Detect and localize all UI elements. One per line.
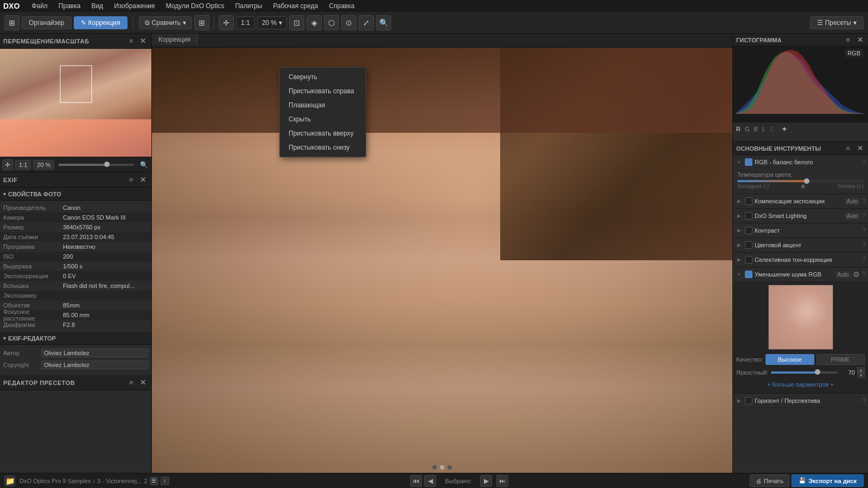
- tool-coloraccent-checkbox[interactable]: [745, 241, 752, 249]
- folder-filter-btn[interactable]: ☰: [150, 477, 158, 485]
- presets-button[interactable]: ☰ Пресеты ▾: [810, 16, 864, 29]
- zoom-move-btn[interactable]: ✛: [2, 159, 13, 170]
- channel-r-btn[interactable]: R: [736, 126, 741, 132]
- tool-contrast-checkbox[interactable]: [745, 227, 752, 234]
- tool-contrast-header[interactable]: ▶ Контраст ?: [733, 223, 868, 237]
- channel-b-btn[interactable]: B: [754, 126, 758, 132]
- tool-exposure-help-icon[interactable]: ?: [862, 197, 866, 205]
- menu-view[interactable]: Вид: [89, 1, 105, 11]
- noise-increment-btn[interactable]: ▲: [857, 367, 865, 373]
- quality-prime-btn[interactable]: PRIME: [816, 354, 865, 365]
- temp-slider-thumb[interactable]: [804, 178, 809, 184]
- exif-editor-header[interactable]: ▾ EXIF-редактор: [0, 332, 151, 345]
- context-menu-collapse[interactable]: Свернуть: [280, 70, 366, 84]
- redeye-tool-icon[interactable]: ⬡: [324, 15, 339, 30]
- tool-noisereduction-header[interactable]: ▾ Уменьшение шума RGB Auto ⚙ ?: [733, 267, 868, 281]
- organizer-tab[interactable]: Органайзер: [22, 16, 72, 29]
- histogram-menu-btn[interactable]: ≡: [843, 35, 853, 45]
- light-icon[interactable]: ✦: [781, 125, 788, 133]
- more-params-btn[interactable]: + Больше параметров +: [736, 379, 865, 390]
- zoom-search-icon[interactable]: 🔍: [138, 159, 149, 170]
- menu-file[interactable]: Файл: [29, 1, 50, 11]
- channel-g-btn[interactable]: G: [745, 126, 750, 132]
- context-menu-dock-top[interactable]: Пристыковать вверху: [280, 126, 366, 140]
- tool-noisereduction-checkbox[interactable]: [745, 271, 752, 278]
- noise-luminance-slider[interactable]: [771, 371, 838, 374]
- tool-coloraccent-header[interactable]: ▶ Цветовой акцент ?: [733, 238, 868, 252]
- menu-edit[interactable]: Правка: [56, 1, 83, 11]
- tool-whitebal-header[interactable]: ▾ RGB - баланс белого ?: [733, 155, 868, 169]
- tool-exposure-checkbox[interactable]: [745, 197, 752, 205]
- tools-close-btn[interactable]: ✕: [855, 144, 865, 153]
- exif-editor-copyright-value[interactable]: Oliviez Lambolez: [41, 361, 148, 369]
- nav-panel-menu-btn[interactable]: ≡: [126, 36, 136, 46]
- context-menu-dock-right[interactable]: Пристыковать справа: [280, 84, 366, 98]
- noise-slider-thumb[interactable]: [815, 369, 820, 375]
- presets-panel-menu-btn[interactable]: ≡: [126, 378, 136, 388]
- tools-menu-btn[interactable]: ≡: [843, 144, 853, 153]
- compare-button[interactable]: ⧉ Сравнить ▾: [139, 16, 192, 29]
- exif-editor-author-value[interactable]: Oliviez Lambolez: [41, 349, 148, 357]
- zoom-20pct-btn[interactable]: 20 %: [33, 160, 54, 170]
- exif-panel-close-btn[interactable]: ✕: [138, 175, 148, 185]
- zoom-slider-thumb[interactable]: [104, 162, 110, 167]
- tool-exposure-header[interactable]: ▶ Компенсация экспозиции Auto ?: [733, 194, 868, 208]
- tool-seltonerec-header[interactable]: ▶ Селективная тон-коррекция ?: [733, 253, 868, 267]
- zoom-1-1-btn[interactable]: 1:1: [15, 160, 31, 170]
- tool-horizon-header[interactable]: ▶ Горизонт / Перспектива ?: [733, 394, 868, 408]
- move-tool-icon[interactable]: ✛: [219, 15, 234, 30]
- nav-panel-close-btn[interactable]: ✕: [138, 36, 148, 46]
- tool-whitebal-help-icon[interactable]: ?: [862, 158, 866, 166]
- tool-coloraccent-help-icon[interactable]: ?: [862, 241, 866, 249]
- tool-smartlighting-header[interactable]: ▶ DxO Smart Lighting Auto ?: [733, 209, 868, 223]
- temp-slider[interactable]: [737, 180, 864, 182]
- tool-whitebal-checkbox[interactable]: [745, 158, 752, 166]
- histogram-close-btn[interactable]: ✕: [855, 35, 865, 45]
- tool-horizon-help-icon[interactable]: ?: [862, 397, 866, 404]
- tool-smartlighting-checkbox[interactable]: [745, 212, 752, 220]
- repair-tool-icon[interactable]: ⊙: [341, 15, 356, 30]
- photo-props-header[interactable]: ▾ Свойства фото: [0, 188, 151, 201]
- whitebal-tool-icon[interactable]: ◈: [307, 15, 322, 30]
- exif-panel-menu-btn[interactable]: ≡: [126, 175, 136, 185]
- grid-view-icon[interactable]: ⊞: [194, 15, 209, 30]
- tool-seltonerec-help-icon[interactable]: ?: [862, 256, 866, 264]
- folder-sort-btn[interactable]: ↕: [161, 477, 169, 485]
- quality-high-btn[interactable]: Высокое: [765, 354, 814, 365]
- tool-noisereduction-help-icon[interactable]: ?: [862, 271, 866, 278]
- tool-noisereduction-settings-icon[interactable]: ⚙: [853, 270, 860, 279]
- tool-seltonerec-checkbox[interactable]: [745, 256, 752, 264]
- tool-horizon-checkbox[interactable]: [745, 397, 752, 404]
- menu-workspace[interactable]: Рабочая среда: [271, 1, 320, 11]
- export-button[interactable]: 💾 Экспорт на диск: [792, 474, 864, 487]
- dark-icon[interactable]: ☾: [770, 125, 777, 133]
- filmstrip-prev-btn[interactable]: ◀: [424, 475, 436, 487]
- tool-smartlighting-help-icon[interactable]: ?: [862, 212, 866, 220]
- eyedrop-tool-icon[interactable]: 🔍: [376, 15, 391, 30]
- filmstrip-first-btn[interactable]: ⏮: [410, 475, 422, 487]
- zoom-percent-display[interactable]: 20 % ▾: [257, 16, 287, 29]
- image-canvas[interactable]: [152, 48, 732, 473]
- crop-tool-icon[interactable]: ⊡: [289, 15, 304, 30]
- horizon-tool-icon[interactable]: ⤢: [359, 15, 374, 30]
- noise-target-icon[interactable]: [822, 287, 831, 296]
- grid-icon[interactable]: ⊞: [4, 15, 20, 30]
- channel-l-btn[interactable]: L: [762, 126, 765, 132]
- print-button[interactable]: 🖨 Печать: [750, 474, 789, 487]
- correction-tab-label[interactable]: Коррекция: [152, 34, 197, 46]
- tool-contrast-help-icon[interactable]: ?: [862, 227, 866, 234]
- presets-panel-close-btn[interactable]: ✕: [138, 378, 148, 388]
- noise-decrement-btn[interactable]: ▼: [857, 373, 865, 378]
- menu-modules[interactable]: Модули DxO Optics: [164, 1, 227, 11]
- context-menu-float[interactable]: Плавающая: [280, 98, 366, 112]
- filmstrip-play-btn[interactable]: ▶: [480, 475, 492, 487]
- filmstrip-next-btn[interactable]: ⏭: [496, 475, 508, 487]
- menu-image[interactable]: Изображение: [112, 1, 157, 11]
- zoom-slider[interactable]: [59, 164, 134, 166]
- eyedropper-temp-icon[interactable]: ⊕: [801, 183, 805, 189]
- context-menu-dock-bottom[interactable]: Пристыковать снизу: [280, 140, 366, 155]
- correction-tab[interactable]: ✎ Коррекция: [74, 16, 127, 29]
- menu-help[interactable]: Справка: [327, 1, 356, 11]
- menu-palettes[interactable]: Палитры: [233, 1, 264, 11]
- context-menu-hide[interactable]: Скрыть: [280, 112, 366, 126]
